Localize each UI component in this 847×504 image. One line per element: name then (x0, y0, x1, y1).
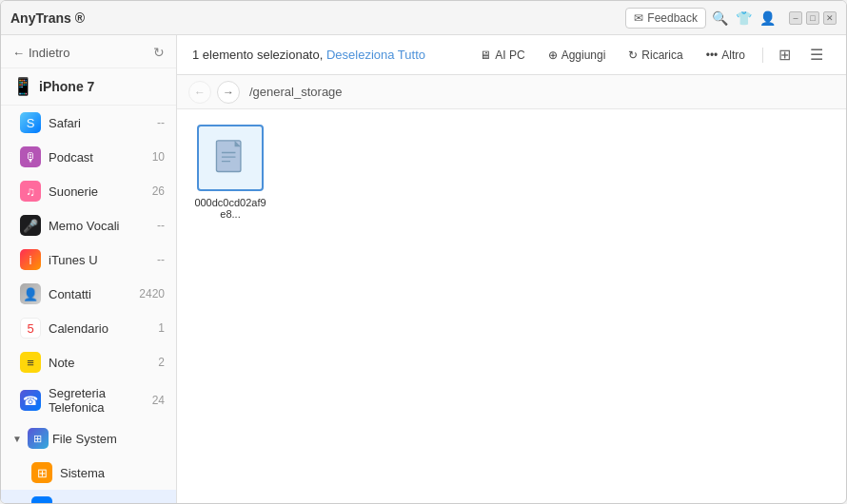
sidebar-item-note[interactable]: ≡ Note 2 (1, 345, 176, 379)
title-bar: AnyTrans ® ✉ Feedback 🔍 👕 👤 – □ ✕ (1, 1, 846, 35)
device-name-row: 📱 iPhone 7 (1, 68, 176, 106)
refresh-icon[interactable]: ↻ (153, 45, 165, 60)
reload-button[interactable]: ↻ Ricarica (619, 45, 692, 66)
device-name-label: iPhone 7 (39, 79, 94, 94)
sidebar: ← Indietro ↻ 📱 iPhone 7 S Safari -- 🎙 Po… (1, 35, 177, 503)
content-toolbar: 1 elemento selezionato, Deseleziona Tutt… (177, 35, 846, 75)
sidebar-item-itunes[interactable]: i iTunes U -- (1, 242, 176, 277)
plus-icon: ⊕ (548, 48, 558, 62)
phone-icon: 📱 (12, 76, 33, 97)
sidebar-item-podcast[interactable]: 🎙 Podcast 10 (1, 140, 176, 174)
sidebar-item-memoria[interactable]: ▣ Memoria (1, 490, 176, 503)
add-button[interactable]: ⊕ Aggiungi (539, 45, 616, 66)
selection-text: 1 elemento selezionato, (192, 48, 323, 62)
add-label: Aggiungi (561, 48, 606, 62)
close-button[interactable]: ✕ (823, 11, 837, 25)
file-thumbnail (197, 125, 264, 191)
contatti-icon: 👤 (20, 283, 41, 304)
path-forward-button[interactable]: → (217, 81, 240, 104)
note-label: Note (49, 356, 150, 370)
sistema-label: Sistema (60, 466, 165, 480)
podcast-icon: 🎙 (20, 146, 41, 167)
filesystem-icon: ⊞ (28, 428, 49, 449)
file-grid: 000dc0cd02af9e8... (177, 109, 846, 503)
minimize-button[interactable]: – (789, 11, 802, 25)
sistema-icon: ⊞ (31, 462, 52, 483)
sidebar-item-sistema[interactable]: ⊞ Sistema (1, 456, 176, 490)
monitor-icon: 🖥 (480, 48, 491, 62)
sidebar-header: ← Indietro ↻ (1, 35, 176, 68)
memo-icon: 🎤 (20, 215, 41, 236)
itunes-icon: i (20, 249, 41, 270)
selection-info: 1 elemento selezionato, Deseleziona Tutt… (192, 48, 466, 62)
more-label: Altro (721, 48, 745, 62)
memo-count: -- (157, 219, 165, 232)
app-title-group: AnyTrans ® (10, 10, 85, 26)
sidebar-item-segreteria[interactable]: ☎ Segreteria Telefonica 24 (1, 379, 176, 421)
calendario-label: Calendario (49, 321, 150, 336)
itunes-count: -- (157, 253, 165, 266)
path-bar: ← → /general_storage (177, 75, 846, 109)
file-icon-svg (211, 139, 249, 177)
safari-label: Safari (49, 116, 149, 130)
calendario-count: 1 (158, 321, 165, 335)
shirt-icon[interactable]: 👕 (736, 10, 752, 26)
more-icon: ••• (706, 48, 719, 62)
toolbar-actions: 🖥 AI PC ⊕ Aggiungi ↻ Ricarica ••• Altro (470, 42, 831, 68)
list-view-button[interactable]: ☰ (802, 42, 831, 68)
filesystem-section-header[interactable]: ▼ ⊞ File System (1, 421, 176, 456)
segreteria-label: Segreteria Telefonica (49, 386, 145, 415)
back-label: Indietro (29, 46, 69, 60)
ai-pc-label: AI PC (495, 48, 524, 62)
podcast-label: Podcast (49, 150, 145, 165)
app-title: AnyTrans ® (10, 10, 85, 26)
reload-icon: ↻ (628, 48, 638, 62)
file-item[interactable]: 000dc0cd02af9e8... (192, 125, 268, 220)
app-window: AnyTrans ® ✉ Feedback 🔍 👕 👤 – □ ✕ (0, 0, 847, 504)
title-icons: 🔍 👕 👤 (712, 10, 776, 26)
ai-pc-button[interactable]: 🖥 AI PC (470, 45, 534, 66)
title-bar-right: ✉ Feedback 🔍 👕 👤 – □ ✕ (625, 8, 837, 29)
feedback-label: Feedback (647, 11, 698, 25)
sidebar-item-contatti[interactable]: 👤 Contatti 2420 (1, 277, 176, 311)
main-layout: ← Indietro ↻ 📱 iPhone 7 S Safari -- 🎙 Po… (1, 35, 846, 503)
filesystem-label: File System (52, 432, 117, 446)
note-icon: ≡ (20, 352, 41, 373)
path-text: /general_storage (249, 85, 343, 99)
contatti-count: 2420 (139, 287, 165, 300)
suonerie-count: 26 (152, 184, 165, 198)
maximize-button[interactable]: □ (806, 11, 819, 25)
content-area: 1 elemento selezionato, Deseleziona Tutt… (177, 35, 846, 503)
note-count: 2 (158, 356, 165, 369)
file-name: 000dc0cd02af9e8... (193, 197, 267, 220)
segreteria-count: 24 (152, 394, 165, 407)
section-caret-icon: ▼ (12, 434, 22, 444)
calendario-icon: 5 (20, 318, 41, 339)
suonerie-label: Suonerie (49, 184, 145, 199)
user-icon[interactable]: 👤 (759, 10, 776, 26)
memo-label: Memo Vocali (49, 219, 149, 233)
suonerie-icon: ♫ (20, 181, 41, 202)
window-controls: – □ ✕ (789, 11, 837, 25)
sidebar-item-safari[interactable]: S Safari -- (1, 106, 176, 140)
more-button[interactable]: ••• Altro (697, 45, 755, 66)
sidebar-item-memo[interactable]: 🎤 Memo Vocali -- (1, 208, 176, 242)
back-button[interactable]: ← Indietro (12, 46, 69, 60)
feedback-button[interactable]: ✉ Feedback (625, 8, 706, 29)
memoria-icon: ▣ (31, 496, 52, 503)
sidebar-item-suonerie[interactable]: ♫ Suonerie 26 (1, 174, 176, 208)
safari-count: -- (157, 116, 165, 129)
envelope-icon: ✉ (634, 11, 643, 25)
safari-icon: S (20, 112, 41, 133)
path-back-button[interactable]: ← (188, 81, 211, 104)
contatti-label: Contatti (49, 287, 131, 301)
grid-view-button[interactable]: ⊞ (771, 42, 798, 68)
segreteria-icon: ☎ (20, 390, 41, 411)
separator (762, 48, 763, 63)
search-icon[interactable]: 🔍 (712, 10, 728, 26)
podcast-count: 10 (152, 150, 165, 164)
memoria-label: Memoria (60, 500, 165, 504)
deselect-all-link[interactable]: Deseleziona Tutto (326, 48, 425, 62)
back-arrow-icon: ← (12, 46, 25, 60)
sidebar-item-calendario[interactable]: 5 Calendario 1 (1, 311, 176, 345)
